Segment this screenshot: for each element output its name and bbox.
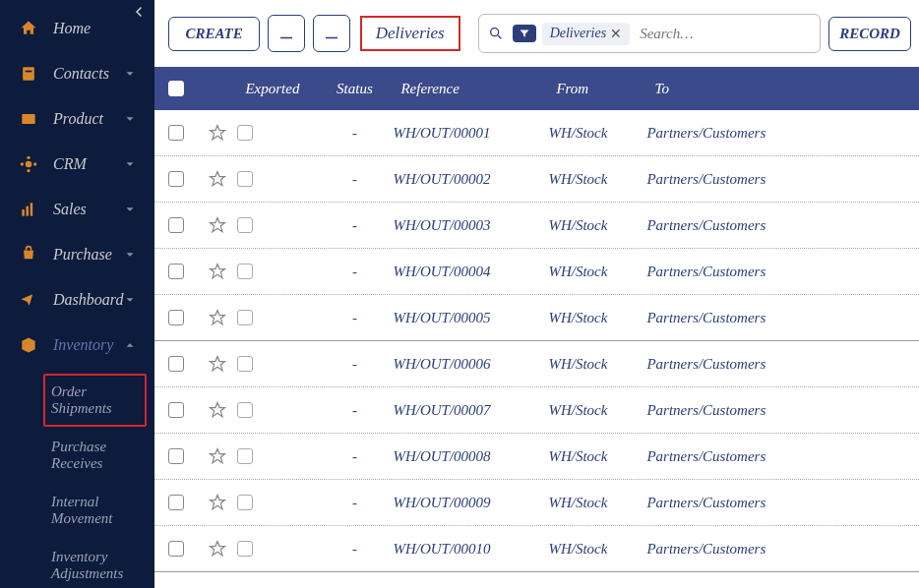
exported-checkbox[interactable] — [237, 495, 253, 510]
table-row[interactable]: -WH/OUT/00003WH/StockPartners/Customers — [154, 203, 919, 249]
sidebar-collapse-button[interactable] — [131, 4, 147, 24]
cell-status: - — [316, 125, 393, 142]
star-icon[interactable] — [198, 169, 237, 189]
sidebar-item-dashboard[interactable]: Dashboard — [0, 277, 154, 323]
chevron-down-icon — [123, 248, 137, 262]
sidebar-item-sales[interactable]: Sales — [0, 187, 154, 232]
exported-checkbox[interactable] — [237, 310, 253, 325]
contacts-icon — [18, 63, 39, 85]
star-icon[interactable] — [198, 354, 237, 374]
svg-point-4 — [27, 156, 30, 159]
sidebar-subitem-purchase-receives[interactable]: Purchase Receives — [43, 429, 147, 482]
col-exported: Exported — [237, 81, 316, 97]
cell-to: Partners/Customers — [646, 495, 919, 511]
cell-status: - — [316, 217, 393, 234]
cell-reference: WH/OUT/00009 — [393, 495, 548, 511]
sidebar-item-purchase[interactable]: Purchase — [0, 232, 154, 277]
row-checkbox[interactable] — [168, 171, 184, 187]
cell-reference: WH/OUT/00010 — [393, 541, 548, 558]
cell-reference: WH/OUT/00002 — [393, 171, 548, 188]
create-button[interactable]: CREATE — [168, 17, 259, 51]
col-status: Status — [316, 81, 393, 97]
import-button[interactable] — [268, 15, 305, 52]
exported-checkbox[interactable] — [237, 541, 253, 557]
row-checkbox[interactable] — [168, 217, 184, 233]
export-button[interactable] — [313, 15, 350, 52]
row-checkbox[interactable] — [168, 264, 184, 279]
sidebar-subitem-internal-movement[interactable]: Internal Movement — [43, 484, 147, 537]
chevron-down-icon — [123, 157, 137, 171]
star-icon[interactable] — [198, 123, 237, 143]
cell-reference: WH/OUT/00003 — [393, 217, 548, 234]
star-icon[interactable] — [198, 215, 237, 235]
sidebar-item-inventory[interactable]: Inventory — [0, 323, 154, 368]
cell-reference: WH/OUT/00007 — [393, 402, 548, 419]
table-row[interactable]: -WH/OUT/00010WH/StockPartners/Customers — [154, 526, 919, 572]
select-all-checkbox[interactable] — [168, 81, 184, 96]
search-bar[interactable]: Deliveries ✕ — [478, 14, 822, 53]
star-icon[interactable] — [198, 493, 237, 512]
sales-icon — [18, 199, 39, 220]
star-icon[interactable] — [198, 400, 237, 420]
table-row[interactable]: -WH/OUT/00001WH/StockPartners/Customers — [154, 110, 919, 156]
row-checkbox[interactable] — [168, 356, 184, 372]
row-checkbox[interactable] — [168, 448, 184, 464]
sidebar-subitem-inventory-adjustments[interactable]: Inventory Adjustments — [43, 539, 147, 588]
star-icon[interactable] — [198, 262, 237, 281]
cell-status: - — [316, 264, 393, 280]
exported-checkbox[interactable] — [237, 171, 253, 187]
sidebar-item-product[interactable]: Product — [0, 96, 154, 142]
cell-from: WH/Stock — [548, 495, 646, 511]
cell-to: Partners/Customers — [646, 171, 919, 188]
exported-checkbox[interactable] — [237, 448, 253, 464]
star-icon[interactable] — [198, 308, 237, 327]
filter-chip-deliveries[interactable]: Deliveries ✕ — [542, 23, 631, 45]
filter-chip-remove[interactable]: ✕ — [610, 26, 622, 42]
cell-to: Partners/Customers — [646, 541, 919, 558]
row-checkbox[interactable] — [168, 541, 184, 557]
table-row[interactable]: -WH/OUT/00008WH/StockPartners/Customers — [154, 434, 919, 480]
cell-from: WH/Stock — [548, 402, 646, 419]
svg-rect-10 — [31, 203, 33, 215]
search-input[interactable] — [636, 22, 820, 46]
cell-from: WH/Stock — [548, 264, 646, 280]
sidebar: HomeContactsProductCRMSalesPurchaseDashb… — [0, 0, 154, 588]
col-to: To — [646, 81, 919, 97]
purchase-icon — [18, 244, 39, 265]
cell-from: WH/Stock — [548, 448, 646, 465]
filter-icon-tag[interactable] — [513, 25, 536, 42]
sidebar-item-crm[interactable]: CRM — [0, 142, 154, 187]
row-checkbox[interactable] — [168, 495, 184, 510]
dashboard-icon — [18, 289, 39, 311]
table-row[interactable]: -WH/OUT/00007WH/StockPartners/Customers — [154, 387, 919, 434]
row-checkbox[interactable] — [168, 125, 184, 141]
exported-checkbox[interactable] — [237, 125, 253, 141]
table-row[interactable]: -WH/OUT/00006WH/StockPartners/Customers — [154, 341, 919, 387]
exported-checkbox[interactable] — [237, 264, 253, 279]
sidebar-subitem-order-shipments[interactable]: Order Shipments — [43, 374, 147, 427]
cell-to: Partners/Customers — [646, 448, 919, 465]
table-row[interactable]: -WH/OUT/00004WH/StockPartners/Customers — [154, 249, 919, 295]
cell-status: - — [316, 310, 393, 326]
main-content: CREATE Deliveries Deliveries ✕ RECORD — [154, 0, 919, 588]
page-title: Deliveries — [360, 16, 460, 51]
row-checkbox[interactable] — [168, 402, 184, 418]
star-icon[interactable] — [198, 539, 237, 559]
table-row[interactable]: -WH/OUT/00005WH/StockPartners/Customers — [154, 295, 919, 341]
svg-rect-9 — [27, 206, 30, 216]
exported-checkbox[interactable] — [237, 402, 253, 418]
svg-rect-1 — [26, 71, 32, 73]
table-row[interactable]: -WH/OUT/00009WH/StockPartners/Customers — [154, 480, 919, 526]
exported-checkbox[interactable] — [237, 356, 253, 372]
row-checkbox[interactable] — [168, 310, 184, 325]
home-icon — [18, 18, 39, 39]
cell-status: - — [316, 171, 393, 188]
cell-from: WH/Stock — [548, 125, 646, 142]
sidebar-item-contacts[interactable]: Contacts — [0, 51, 154, 96]
record-button[interactable]: RECORD — [828, 17, 911, 51]
exported-checkbox[interactable] — [237, 217, 253, 233]
star-icon[interactable] — [198, 446, 237, 466]
svg-point-7 — [21, 162, 24, 165]
table-row[interactable]: -WH/OUT/00002WH/StockPartners/Customers — [154, 156, 919, 203]
cell-from: WH/Stock — [548, 541, 646, 558]
